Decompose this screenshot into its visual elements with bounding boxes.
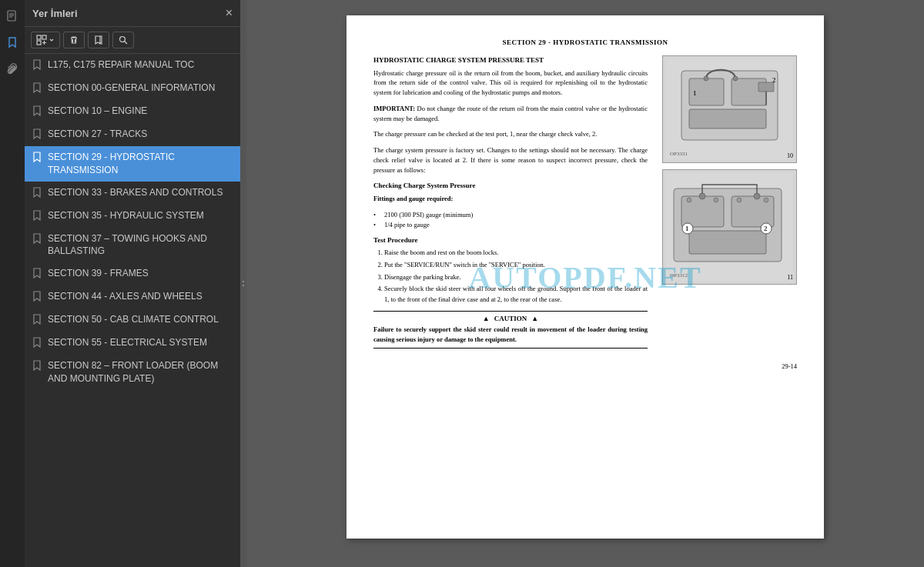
bookmark-item-item-4[interactable]: SECTION 29 - HYDROSTATIC TRANSMISSION [25,146,240,182]
pdf-important-text: IMPORTANT: Do not change the route of th… [373,104,648,124]
bookmark-item-item-5[interactable]: SECTION 33 - BRAKES AND CONTROLS [25,182,240,205]
bookmark-item-icon [32,337,43,350]
svg-point-16 [704,76,708,81]
svg-rect-27 [689,231,766,254]
sidebar-title: Yer İmleri [32,8,78,19]
pdf-factory-set-text: The charge system pressure is factory se… [373,145,648,175]
pdf-steps-list: Raise the boom and rest on the boom lock… [384,248,648,305]
bookmark-item-item-11[interactable]: SECTION 55 - ELECTRICAL SYSTEM [25,332,240,355]
page-number: 29-14 [373,362,797,370]
bookmark-item-item-10[interactable]: SECTION 50 - CAB CLIMATE CONTROL [25,309,240,332]
svg-rect-5 [42,35,46,39]
bookmark-item-icon [32,82,43,95]
bookmark-item-icon [32,360,43,373]
pdf-page: AUTOPDF.NET SECTION 29 - HYDROSTATIC TRA… [346,15,824,539]
svg-text:1: 1 [693,89,697,97]
image-top-number: 10 [787,152,793,159]
pdf-test-procedure-heading: Test Procedure [373,235,648,245]
bookmark-item-icon [32,210,43,223]
pdf-image-bottom: 1 2 OP3312 11 [662,169,797,285]
image-bottom-number: 11 [787,274,793,281]
pdf-fittings-list: • 2100 (300 PSI) gauge (minimum) • 1/4 p… [373,210,648,231]
sidebar-toolbar [25,27,240,54]
bookmark-item-label: SECTION 00-GENERAL INFORMATION [48,82,215,95]
bookmark-item-label: SECTION 82 – FRONT LOADER (BOOM AND MOUN… [48,359,234,385]
pdf-main-heading: HYDROSTATIC CHARGE SYSTEM PRESSURE TEST [373,55,648,65]
bookmark-item-label: SECTION 35 - HYDRAULIC SYSTEM [48,209,204,222]
bookmark-item-icon [32,59,43,72]
bookmark-item-icon [32,187,43,200]
bookmark-item-item-3[interactable]: SECTION 27 - TRACKS [25,123,240,146]
step-2: Put the "SERVICE/RUN" switch in the "SER… [384,260,648,271]
bookmark-item-icon [32,268,43,281]
bookmark-item-label: SECTION 10 – ENGINE [48,105,147,118]
svg-rect-15 [689,109,766,128]
bookmark-item-item-9[interactable]: SECTION 44 - AXLES AND WHEELS [25,285,240,309]
svg-point-36 [737,198,742,202]
bookmark-item-label: SECTION 39 - FRAMES [48,267,149,280]
bookmarks-sidebar: Yer İmleri × L175, C175 REPAIR MANUAL TO… [25,0,240,567]
bookmark-item-item-7[interactable]: SECTION 37 – TOWING HOOKS AND BALLASTING [25,228,240,263]
caution-box: ▲ CAUTION ▲ Failure to securely support … [373,311,648,349]
pdf-check-pressure-text: The charge pressure can be checked at th… [373,129,648,139]
search-bookmark-button[interactable] [112,32,134,48]
svg-text:OP3312: OP3312 [670,272,688,278]
step-4: Securely block the skid steer with all f… [384,284,648,305]
bookmark-item-icon [32,128,43,142]
bookmark-icon-button[interactable] [2,32,22,52]
svg-line-8 [125,42,128,45]
bookmark-item-label: SECTION 33 - BRAKES AND CONTROLS [48,186,223,199]
svg-point-28 [699,193,705,199]
svg-point-34 [687,198,691,202]
svg-point-35 [714,198,718,202]
sidebar-header: Yer İmleri × [25,0,240,27]
step-1: Raise the boom and rest on the boom lock… [384,248,648,258]
bookmark-item-label: L175, C175 REPAIR MANUAL TOC [48,58,194,72]
bookmark-item-label: SECTION 50 - CAB CLIMATE CONTROL [48,313,219,326]
bookmark-item-label: SECTION 29 - HYDROSTATIC TRANSMISSION [48,151,234,177]
resize-handle[interactable] [240,0,246,567]
page-icon-button[interactable] [2,6,22,26]
pdf-section-title: SECTION 29 - HYDROSTATIC TRANSMISSION [373,38,797,46]
svg-point-37 [764,198,768,202]
sidebar-close-button[interactable]: × [226,6,233,20]
svg-text:1: 1 [685,225,689,232]
attachment-icon-button[interactable] [2,58,22,78]
fitting-item-2: • 1/4 pipe to gauge [373,220,648,231]
fitting-item-1: • 2100 (300 PSI) gauge (minimum) [373,210,648,221]
bookmark-item-icon [32,152,43,165]
pdf-image-top: 1 2 OP3331 10 [662,55,797,163]
pdf-text-column: HYDROSTATIC CHARGE SYSTEM PRESSURE TEST … [373,55,648,355]
pdf-fittings-heading: Fittings and gauge required: [373,194,648,204]
svg-point-7 [120,37,126,42]
bookmark-item-label: SECTION 37 – TOWING HOOKS AND BALLASTING [48,232,234,258]
caution-text: Failure to securely support the skid ste… [373,325,648,345]
pdf-subheading-check: Checking Charge System Pressure [373,181,648,191]
delete-bookmark-button[interactable] [63,32,85,48]
caution-title: ▲ CAUTION ▲ [373,315,648,322]
expand-all-button[interactable] [31,32,60,48]
svg-point-10 [243,284,244,285]
add-bookmark-button[interactable] [88,32,109,48]
bookmark-item-label: SECTION 44 - AXLES AND WHEELS [48,290,203,303]
pdf-viewer: AUTOPDF.NET SECTION 29 - HYDROSTATIC TRA… [246,0,924,567]
bookmark-item-item-1[interactable]: SECTION 00-GENERAL INFORMATION [25,77,240,100]
bookmark-item-item-2[interactable]: SECTION 10 – ENGINE [25,100,240,123]
svg-text:2: 2 [764,225,768,232]
bookmark-item-icon [32,105,43,118]
bookmark-item-label: SECTION 55 - ELECTRICAL SYSTEM [48,336,207,349]
svg-rect-6 [37,41,41,45]
svg-point-17 [733,76,738,81]
bookmark-item-item-0[interactable]: L175, C175 REPAIR MANUAL TOC [25,54,240,77]
bookmark-item-icon [32,314,43,327]
bookmark-item-item-12[interactable]: SECTION 82 – FRONT LOADER (BOOM AND MOUN… [25,355,240,390]
svg-point-29 [754,193,760,199]
pdf-intro-text: Hydrostatic charge pressure oil is the r… [373,68,648,98]
pdf-image-column: 1 2 OP3331 10 [658,55,797,355]
step-3: Disengage the parking brake. [384,272,648,283]
bookmark-item-item-8[interactable]: SECTION 39 - FRAMES [25,262,240,285]
bookmark-item-item-6[interactable]: SECTION 35 - HYDRAULIC SYSTEM [25,205,240,228]
bookmark-item-icon [32,291,43,304]
bookmark-item-icon [32,233,43,246]
svg-text:OP3331: OP3331 [670,151,688,157]
